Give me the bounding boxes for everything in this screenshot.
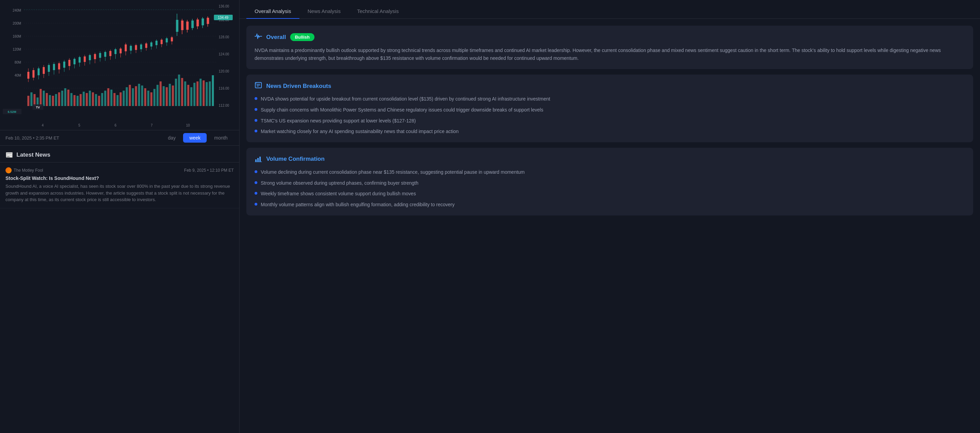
svg-rect-94 bbox=[53, 64, 55, 70]
svg-rect-120 bbox=[120, 49, 122, 53]
vol-bullet-text-0: Volume declining during current consolid… bbox=[261, 169, 525, 176]
vol-bullet-dot-0 bbox=[255, 170, 257, 173]
svg-rect-100 bbox=[68, 60, 70, 66]
svg-rect-154 bbox=[207, 18, 209, 24]
news-item: The Motley Fool Feb 9, 2025 • 12:10 PM E… bbox=[0, 162, 239, 208]
svg-rect-27 bbox=[43, 90, 45, 106]
svg-rect-130 bbox=[145, 43, 147, 48]
svg-rect-106 bbox=[84, 56, 86, 62]
chart-timestamp: Feb 10, 2025 • 2:35 PM ET bbox=[5, 135, 59, 141]
svg-rect-58 bbox=[138, 84, 140, 106]
svg-rect-53 bbox=[123, 90, 124, 106]
svg-rect-76 bbox=[193, 83, 196, 106]
svg-rect-152 bbox=[202, 19, 204, 25]
volume-confirmation-card: Volume Confirmation Volume declining dur… bbox=[247, 148, 973, 216]
svg-rect-81 bbox=[209, 81, 211, 106]
svg-rect-61 bbox=[147, 90, 149, 106]
tf-week-button[interactable]: week bbox=[183, 133, 207, 143]
svg-text:124.00: 124.00 bbox=[219, 52, 229, 56]
motley-fool-icon bbox=[5, 167, 12, 173]
bullish-badge: Bullish bbox=[290, 33, 315, 41]
svg-rect-116 bbox=[110, 51, 111, 56]
svg-text:240M: 240M bbox=[13, 8, 21, 12]
bullet-text-0: NVDA shows potential for upside breakout… bbox=[261, 95, 550, 103]
vol-bullet-item-3: Monthly volume patterns align with bulli… bbox=[255, 201, 965, 209]
svg-text:4: 4 bbox=[42, 124, 44, 127]
svg-rect-65 bbox=[159, 81, 162, 106]
chart-toolbar: Feb 10, 2025 • 2:35 PM ET day week month bbox=[0, 130, 239, 146]
svg-rect-142 bbox=[176, 20, 178, 32]
vol-bullet-item-2: Weekly timeframe shows consistent volume… bbox=[255, 190, 965, 198]
svg-rect-148 bbox=[191, 21, 194, 28]
svg-rect-37 bbox=[73, 95, 76, 106]
svg-rect-108 bbox=[89, 55, 91, 60]
svg-rect-71 bbox=[178, 75, 180, 106]
svg-rect-140 bbox=[171, 37, 173, 41]
svg-rect-138 bbox=[165, 38, 168, 43]
tf-day-button[interactable]: day bbox=[162, 133, 182, 143]
volume-card-header: Volume Confirmation bbox=[255, 155, 965, 164]
svg-rect-78 bbox=[199, 79, 202, 106]
pulse-icon bbox=[255, 32, 262, 42]
svg-rect-45 bbox=[98, 96, 100, 106]
svg-rect-50 bbox=[114, 93, 116, 106]
chart-area: 240M 200M 160M 120M 80M 40M 136.00 132.0… bbox=[0, 0, 239, 130]
svg-rect-42 bbox=[89, 90, 91, 106]
tf-month-button[interactable]: month bbox=[208, 133, 234, 143]
svg-rect-32 bbox=[58, 92, 60, 106]
tab-news-analysis[interactable]: News Analysis bbox=[299, 5, 349, 19]
svg-rect-39 bbox=[80, 94, 82, 106]
svg-rect-49 bbox=[111, 90, 113, 106]
left-panel: 240M 200M 160M 120M 80M 40M 136.00 132.0… bbox=[0, 0, 240, 433]
news-driven-card-header: News Driven Breakouts bbox=[255, 81, 965, 90]
svg-rect-29 bbox=[49, 95, 51, 106]
svg-text:116.00: 116.00 bbox=[219, 87, 229, 90]
tab-overall-analysis[interactable]: Overall Analysis bbox=[247, 5, 299, 19]
svg-rect-98 bbox=[63, 62, 65, 68]
news-source-row: The Motley Fool Feb 9, 2025 • 12:10 PM E… bbox=[5, 167, 234, 173]
tabs-bar: Overall Analysis News Analysis Technical… bbox=[240, 0, 980, 19]
news-driven-card-title: News Driven Breakouts bbox=[266, 83, 331, 90]
svg-rect-73 bbox=[184, 81, 186, 106]
svg-rect-173 bbox=[257, 158, 259, 162]
vol-bullet-item-0: Volume declining during current consolid… bbox=[255, 169, 965, 176]
svg-rect-174 bbox=[259, 157, 261, 162]
svg-rect-64 bbox=[156, 85, 158, 106]
svg-rect-46 bbox=[101, 93, 103, 106]
bullet-item-0: NVDA shows potential for upside breakout… bbox=[255, 95, 965, 103]
svg-rect-82 bbox=[212, 75, 214, 106]
svg-text:120.00: 120.00 bbox=[219, 70, 229, 73]
svg-rect-22 bbox=[27, 96, 29, 106]
news-header-icon: 📰 bbox=[5, 151, 13, 159]
svg-text:134.49: 134.49 bbox=[218, 16, 229, 19]
tab-technical-analysis[interactable]: Technical Analysis bbox=[349, 5, 407, 19]
svg-rect-172 bbox=[255, 159, 257, 162]
bullet-text-1: Supply chain concerns with Monolithic Po… bbox=[261, 106, 543, 114]
svg-rect-59 bbox=[141, 86, 143, 106]
svg-rect-110 bbox=[94, 54, 96, 59]
vol-bullet-dot-2 bbox=[255, 192, 257, 195]
svg-rect-84 bbox=[27, 72, 29, 79]
news-headline[interactable]: Stock-Split Watch: Is SoundHound Next? bbox=[5, 176, 234, 181]
svg-rect-24 bbox=[33, 94, 36, 106]
svg-rect-146 bbox=[186, 22, 189, 30]
svg-rect-67 bbox=[165, 87, 168, 106]
svg-rect-41 bbox=[86, 93, 88, 106]
svg-rect-36 bbox=[70, 93, 73, 106]
vol-bullet-text-3: Monthly volume patterns align with bulli… bbox=[261, 201, 455, 209]
svg-text:120M: 120M bbox=[13, 48, 21, 51]
vol-bullet-text-1: Strong volume observed during uptrend ph… bbox=[261, 179, 418, 187]
latest-news-header: 📰 Latest News bbox=[0, 146, 239, 162]
svg-rect-68 bbox=[169, 84, 171, 106]
svg-rect-69 bbox=[172, 86, 174, 106]
bar-chart-icon bbox=[255, 155, 262, 164]
svg-text:5: 5 bbox=[78, 124, 80, 127]
overall-card-body: NVDA maintains a predominantly bullish o… bbox=[255, 46, 965, 62]
svg-rect-66 bbox=[162, 86, 165, 106]
analysis-content: Overall Bullish NVDA maintains a predomi… bbox=[240, 19, 980, 433]
svg-rect-104 bbox=[79, 57, 81, 63]
svg-rect-80 bbox=[206, 82, 208, 106]
svg-rect-132 bbox=[150, 43, 152, 46]
volume-bullet-list: Volume declining during current consolid… bbox=[255, 169, 965, 209]
svg-rect-70 bbox=[175, 79, 177, 106]
